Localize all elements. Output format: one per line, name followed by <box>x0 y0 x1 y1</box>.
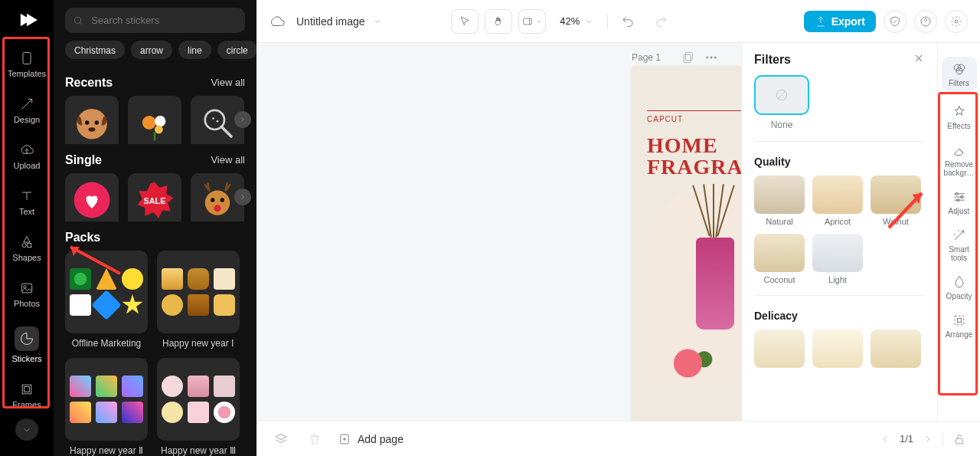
rail-templates[interactable]: Templates <box>10 51 44 78</box>
filter-label: Coconut <box>754 275 805 284</box>
frames-icon <box>19 382 34 397</box>
rail-photos[interactable]: Photos <box>10 280 44 308</box>
settings-button[interactable] <box>945 10 968 33</box>
quality-grid: Natural Apricot Walnut Coconut Light <box>754 176 925 284</box>
redo-button[interactable] <box>648 9 675 34</box>
export-button[interactable]: Export <box>804 11 876 32</box>
filter-item[interactable]: Natural <box>754 176 805 226</box>
rr-filters[interactable]: Filters <box>942 57 977 92</box>
rail-frames[interactable]: Frames <box>10 382 44 409</box>
ratio-tool[interactable] <box>518 9 546 34</box>
filters-title: Filters <box>754 53 791 67</box>
shield-button[interactable] <box>884 10 906 33</box>
filters-panel: Filters None Quality Natural Apricot <box>741 43 937 456</box>
add-page-button[interactable]: Add page <box>338 432 403 446</box>
sticker-thumb[interactable] <box>65 173 119 221</box>
rr-arrange[interactable]: Arrange <box>942 313 977 339</box>
filter-item[interactable]: Coconut <box>754 234 805 284</box>
svg-point-11 <box>89 127 96 131</box>
pack-tile[interactable]: Happy new year Ⅱ <box>65 358 148 456</box>
rail-stickers[interactable]: Stickers <box>10 326 44 363</box>
svg-rect-3 <box>21 284 31 293</box>
chip-row: Christmas arrow line circle <box>54 41 256 67</box>
prev-page-button[interactable] <box>880 434 890 445</box>
filter-label: Apricot <box>812 217 863 226</box>
rr-label: Opacity <box>946 292 972 300</box>
rail-label: Templates <box>8 69 46 78</box>
reindeer-icon <box>197 179 238 221</box>
layers-button[interactable] <box>270 428 292 450</box>
pack-tile[interactable]: Happy new year Ⅲ <box>157 358 240 456</box>
filter-item[interactable] <box>871 330 921 368</box>
filter-label: Light <box>812 275 863 284</box>
filter-item[interactable] <box>812 330 863 368</box>
zoom-value: 42% <box>560 15 580 27</box>
recents-viewall[interactable]: View all <box>211 77 245 88</box>
sticker-thumb[interactable] <box>128 96 181 144</box>
hand-tool[interactable] <box>485 9 512 34</box>
delete-button[interactable] <box>304 428 325 450</box>
rr-label: Adjust <box>949 207 970 215</box>
single-viewall[interactable]: View all <box>211 154 245 166</box>
rr-opacity[interactable]: Opacity <box>942 274 977 300</box>
rail-label: Stickers <box>11 354 41 363</box>
section-recents-title: Recents <box>65 76 113 90</box>
left-rail: Templates Design Upload Text Shapes Phot… <box>0 0 54 456</box>
pack-tile[interactable]: Offline Marketing <box>65 251 148 349</box>
title-text: Untitled image <box>296 15 365 28</box>
diffuser-image[interactable] <box>647 184 741 383</box>
unlock-button[interactable] <box>952 432 966 446</box>
cloud-sync-icon[interactable] <box>269 13 286 30</box>
chip[interactable]: arrow <box>131 41 172 59</box>
sticker-thumb[interactable] <box>65 96 119 144</box>
svg-point-10 <box>95 120 99 124</box>
undo-button[interactable] <box>614 9 642 34</box>
help-button[interactable] <box>914 10 937 33</box>
filter-item[interactable]: Apricot <box>812 176 863 226</box>
cursor-tool[interactable] <box>451 9 479 34</box>
rail-more-button[interactable] <box>15 418 38 441</box>
rail-design[interactable]: Design <box>10 97 44 124</box>
search-bar[interactable] <box>65 8 245 33</box>
duplicate-page-icon[interactable] <box>681 51 695 64</box>
svg-text:SALE: SALE <box>144 195 166 205</box>
right-rail: Filters Effects Remove backgr… Adjust Sm… <box>937 43 980 456</box>
zoom-dropdown[interactable]: 42% <box>552 9 601 34</box>
scroll-right-button[interactable] <box>234 111 251 128</box>
svg-point-32 <box>714 57 716 58</box>
app-logo[interactable] <box>12 6 41 34</box>
text-icon <box>19 189 34 204</box>
chip[interactable]: circle <box>217 41 256 59</box>
rr-smart-tools[interactable]: Smart tools <box>942 228 977 262</box>
rail-upload[interactable]: Upload <box>10 143 44 170</box>
filter-item[interactable] <box>754 330 805 368</box>
chip[interactable]: line <box>178 41 211 59</box>
rail-shapes[interactable]: Shapes <box>10 235 44 262</box>
page-card[interactable]: CAPCUT —123-456-789 HOME FRAGRANCE <box>632 66 741 456</box>
canvas-tools: 42% <box>451 9 675 34</box>
svg-rect-49 <box>957 319 961 323</box>
rail-text[interactable]: Text <box>10 189 44 216</box>
rr-adjust[interactable]: Adjust <box>942 189 977 215</box>
filter-item[interactable]: Walnut <box>871 176 921 226</box>
add-page-label: Add page <box>358 433 403 445</box>
bottom-bar: Add page 1/1 <box>256 421 980 456</box>
canvas[interactable]: Page 1 CAPCUT —123-456-789 HOME FRAGRANC… <box>256 43 741 456</box>
filter-none[interactable] <box>754 75 809 115</box>
page-more-icon[interactable] <box>704 51 718 64</box>
svg-point-27 <box>955 20 958 23</box>
filter-item[interactable]: Light <box>812 234 863 284</box>
sticker-thumb[interactable]: SALE <box>128 173 181 221</box>
document-title[interactable]: Untitled image <box>296 15 382 28</box>
chip[interactable]: Christmas <box>65 41 125 59</box>
packs-grid: Offline Marketing Happy new year Ⅰ <box>54 251 256 456</box>
close-panel-button[interactable] <box>913 52 925 67</box>
svg-point-13 <box>155 116 165 126</box>
rr-effects[interactable]: Effects <box>942 104 977 130</box>
next-page-button[interactable] <box>923 434 933 445</box>
scroll-right-button[interactable] <box>234 189 251 205</box>
rr-remove-bg[interactable]: Remove backgr… <box>942 143 977 177</box>
search-input[interactable] <box>90 14 237 27</box>
svg-rect-5 <box>22 385 31 394</box>
pack-tile[interactable]: Happy new year Ⅰ <box>157 251 240 349</box>
